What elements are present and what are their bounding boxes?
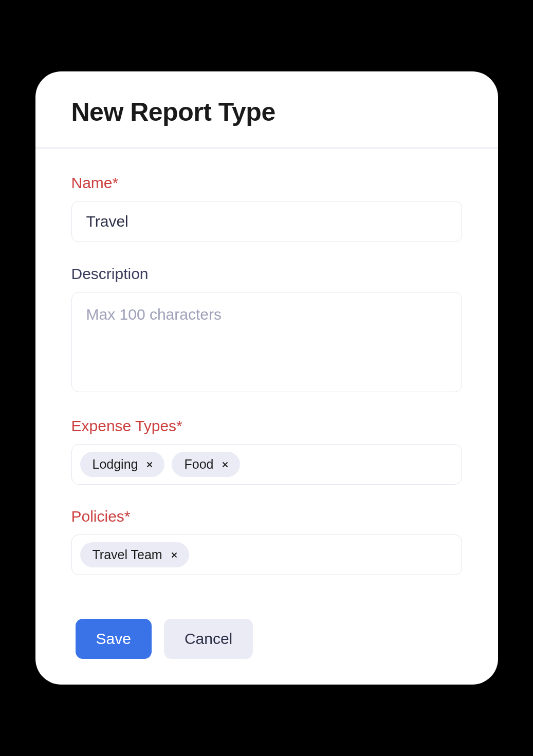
policies-label: Policies* xyxy=(71,508,462,525)
new-report-type-modal: New Report Type Name* Description Expens… xyxy=(35,71,498,685)
expense-types-field: Expense Types* Lodging Food xyxy=(71,417,462,485)
expense-types-label: Expense Types* xyxy=(71,417,462,435)
name-label: Name* xyxy=(71,174,462,192)
close-icon[interactable] xyxy=(144,459,155,470)
close-icon[interactable] xyxy=(219,459,231,470)
name-field: Name* xyxy=(71,174,462,242)
modal-header: New Report Type xyxy=(35,71,498,149)
cancel-button[interactable]: Cancel xyxy=(164,619,253,659)
tag-label: Food xyxy=(184,457,213,472)
tag-label: Travel Team xyxy=(93,547,162,562)
policy-tag: Travel Team xyxy=(80,542,189,567)
expense-types-input[interactable]: Lodging Food xyxy=(71,444,462,485)
save-button[interactable]: Save xyxy=(76,619,152,659)
tag-label: Lodging xyxy=(93,457,138,472)
modal-body: Name* Description Expense Types* Lodging… xyxy=(35,149,498,609)
description-label: Description xyxy=(71,265,462,283)
expense-type-tag: Lodging xyxy=(80,452,165,477)
modal-title: New Report Type xyxy=(71,97,462,127)
modal-footer: Save Cancel xyxy=(35,609,498,659)
description-input[interactable] xyxy=(71,292,462,392)
close-icon[interactable] xyxy=(169,549,180,561)
description-field: Description xyxy=(71,265,462,394)
name-input[interactable] xyxy=(71,201,462,242)
expense-type-tag: Food xyxy=(172,452,240,477)
policies-field: Policies* Travel Team xyxy=(71,508,462,575)
policies-input[interactable]: Travel Team xyxy=(71,534,462,575)
